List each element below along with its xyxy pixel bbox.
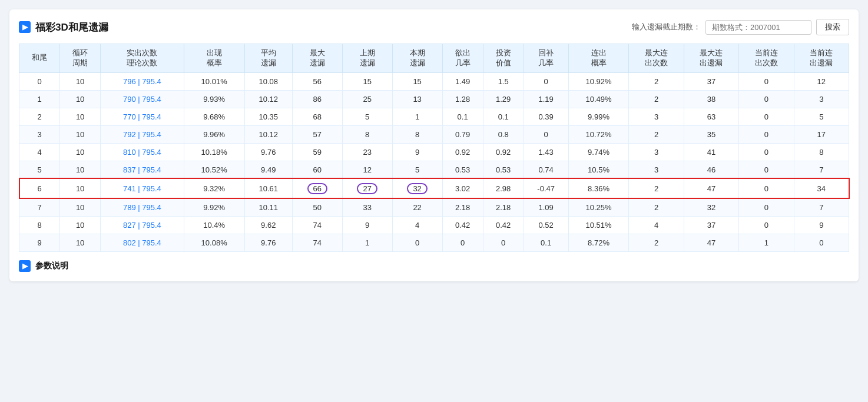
cell-repay_rate: 0: [524, 72, 568, 90]
cell-cur_cont_miss: 9: [794, 216, 849, 234]
cell-actual_theory: 827 | 795.4: [101, 216, 184, 234]
cell-prob: 9.96%: [184, 125, 244, 143]
cell-cycle: 10: [60, 216, 101, 234]
th-actual_theory: 实出次数理论次数: [101, 44, 184, 73]
cell-tail: 9: [19, 234, 60, 251]
cell-cur_miss: 0: [392, 234, 442, 251]
cell-want_rate: 0.79: [442, 125, 483, 143]
cell-cycle: 10: [60, 143, 101, 161]
cell-cycle: 10: [60, 108, 101, 125]
cell-cont_prob: 8.72%: [568, 234, 629, 251]
cell-max_miss: 86: [292, 90, 342, 108]
table-body: 010796 | 795.410.01%10.085615151.491.501…: [19, 72, 849, 251]
table-row: 010796 | 795.410.01%10.085615151.491.501…: [19, 72, 849, 90]
cell-max_cont_miss: 63: [684, 108, 738, 125]
data-table: 和尾循环周期实出次数理论次数出现概率平均遗漏最大遗漏上期遗漏本期遗漏欲出几率投资…: [19, 44, 849, 252]
cell-avg_miss: 10.61: [244, 178, 292, 198]
cell-repay_rate: 0.1: [524, 234, 568, 251]
table-row: 610741 | 795.49.32%10.616627323.022.98-0…: [19, 178, 849, 198]
cell-prob: 10.52%: [184, 161, 244, 178]
cell-max_cont: 2: [629, 198, 684, 216]
cell-cycle: 10: [60, 234, 101, 251]
cell-cur_miss: 1: [392, 108, 442, 125]
table-row: 210770 | 795.49.68%10.3568510.10.10.399.…: [19, 108, 849, 125]
cell-repay_rate: 0: [524, 125, 568, 143]
cell-avg_miss: 9.49: [244, 161, 292, 178]
cell-avg_miss: 9.62: [244, 216, 292, 234]
cell-actual_theory: 810 | 795.4: [101, 143, 184, 161]
cell-actual_theory: 796 | 795.4: [101, 72, 184, 90]
cell-cur_cont_miss: 0: [794, 234, 849, 251]
th-repay_rate: 回补几率: [524, 44, 568, 73]
table-header: 和尾循环周期实出次数理论次数出现概率平均遗漏最大遗漏上期遗漏本期遗漏欲出几率投资…: [19, 44, 849, 73]
cell-avg_miss: 10.12: [244, 90, 292, 108]
cell-tail: 2: [19, 108, 60, 125]
cell-cur_cont: 0: [739, 198, 794, 216]
th-avg_miss: 平均遗漏: [244, 44, 292, 73]
cell-cur_cont_miss: 8: [794, 143, 849, 161]
cell-last_miss: 8: [342, 125, 392, 143]
cell-invest_val: 0.42: [483, 216, 524, 234]
cell-tail: 6: [19, 178, 60, 198]
cell-prob: 10.4%: [184, 216, 244, 234]
circled-values: 32: [407, 183, 427, 194]
cell-tail: 1: [19, 90, 60, 108]
cell-invest_val: 0.92: [483, 143, 524, 161]
th-invest_val: 投资价值: [483, 44, 524, 73]
search-button[interactable]: 搜索: [816, 19, 849, 35]
cell-cont_prob: 10.25%: [568, 198, 629, 216]
cell-avg_miss: 9.76: [244, 143, 292, 161]
cell-repay_rate: -0.47: [524, 178, 568, 198]
cell-want_rate: 1.49: [442, 72, 483, 90]
page-header: ▶ 福彩3D和尾遗漏 输入遗漏截止期数： 搜索: [19, 19, 849, 35]
cell-cur_cont_miss: 12: [794, 72, 849, 90]
cell-cur_miss: 8: [392, 125, 442, 143]
table-row: 110790 | 795.49.93%10.128625131.281.291.…: [19, 90, 849, 108]
cell-max_cont_miss: 38: [684, 90, 738, 108]
circled-values: 66: [307, 183, 327, 194]
cell-max_cont_miss: 37: [684, 72, 738, 90]
cell-cont_prob: 9.99%: [568, 108, 629, 125]
cell-cont_prob: 10.92%: [568, 72, 629, 90]
cell-cur_miss: 22: [392, 198, 442, 216]
cell-max_cont: 2: [629, 178, 684, 198]
cell-actual_theory: 837 | 795.4: [101, 161, 184, 178]
cell-cur_miss: 32: [392, 178, 442, 198]
cell-cur_cont: 0: [739, 178, 794, 198]
cell-avg_miss: 10.11: [244, 198, 292, 216]
cell-max_cont: 2: [629, 90, 684, 108]
cell-cycle: 10: [60, 161, 101, 178]
cell-cont_prob: 10.49%: [568, 90, 629, 108]
cell-max_cont_miss: 37: [684, 216, 738, 234]
cell-tail: 7: [19, 198, 60, 216]
cell-last_miss: 9: [342, 216, 392, 234]
cell-max_cont_miss: 41: [684, 143, 738, 161]
search-label: 输入遗漏截止期数：: [632, 22, 701, 32]
cell-repay_rate: 0.74: [524, 161, 568, 178]
cell-last_miss: 33: [342, 198, 392, 216]
cell-actual_theory: 790 | 795.4: [101, 90, 184, 108]
cell-max_cont: 2: [629, 234, 684, 251]
cell-avg_miss: 10.12: [244, 125, 292, 143]
cell-prob: 9.68%: [184, 108, 244, 125]
th-prob: 出现概率: [184, 44, 244, 73]
cell-last_miss: 5: [342, 108, 392, 125]
cell-invest_val: 0.1: [483, 108, 524, 125]
cell-cur_cont_miss: 3: [794, 90, 849, 108]
cell-want_rate: 0.92: [442, 143, 483, 161]
cell-max_miss: 74: [292, 216, 342, 234]
cell-cur_cont_miss: 17: [794, 125, 849, 143]
th-max_cont_miss: 最大连出遗漏: [684, 44, 738, 73]
cell-max_cont_miss: 46: [684, 161, 738, 178]
table-row: 810827 | 795.410.4%9.6274940.420.420.521…: [19, 216, 849, 234]
cell-max_miss: 68: [292, 108, 342, 125]
cell-invest_val: 1.29: [483, 90, 524, 108]
cell-invest_val: 0.8: [483, 125, 524, 143]
cell-max_cont: 2: [629, 125, 684, 143]
cell-cur_cont: 0: [739, 143, 794, 161]
cell-invest_val: 2.98: [483, 178, 524, 198]
search-input[interactable]: [705, 20, 811, 35]
cell-prob: 9.93%: [184, 90, 244, 108]
cell-repay_rate: 0.52: [524, 216, 568, 234]
table-row: 710789 | 795.49.92%10.115033222.182.181.…: [19, 198, 849, 216]
